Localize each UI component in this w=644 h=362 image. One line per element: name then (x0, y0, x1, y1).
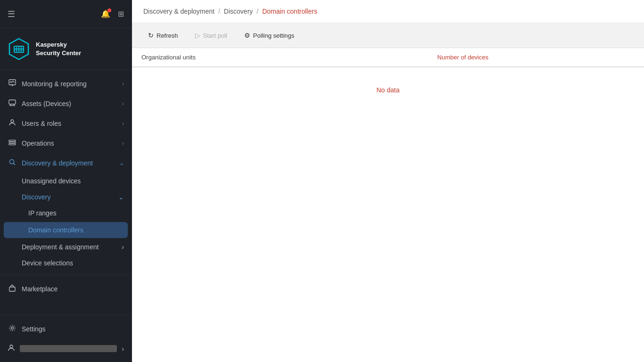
breadcrumb-item-1[interactable]: Discovery (224, 8, 253, 15)
assets-icon (8, 99, 17, 108)
users-label: Users & roles (22, 120, 117, 127)
monitoring-chevron: › (122, 81, 124, 87)
assets-chevron: › (122, 100, 124, 107)
logo-hex-icon (8, 38, 30, 60)
unassigned-label: Unassigned devices (22, 177, 81, 185)
breadcrumb-item-current: Domain controllers (262, 8, 317, 15)
main-content: Discovery & deployment / Discovery / Dom… (132, 0, 644, 362)
settings-label: Settings (22, 325, 124, 333)
sidebar-header: ☰ 🔔 ⊞ (0, 0, 132, 28)
polling-settings-label: Polling settings (253, 32, 294, 39)
sidebar-item-monitoring[interactable]: Monitoring & reporting › (0, 74, 132, 94)
no-data-text: No data (376, 86, 399, 94)
settings-icon (8, 324, 17, 334)
refresh-label: Refresh (157, 32, 178, 39)
notification-dot (107, 8, 111, 12)
monitoring-label: Monitoring & reporting (22, 80, 117, 88)
col-num-devices-header: Number of devices (438, 54, 635, 61)
svg-rect-17 (9, 144, 16, 145)
operations-chevron: › (122, 140, 124, 147)
sidebar-item-deployment[interactable]: Deployment & assignment › (0, 239, 132, 255)
layout-icon[interactable]: ⊞ (118, 9, 124, 18)
breadcrumb-sep-1: / (256, 8, 258, 15)
monitoring-icon (8, 79, 17, 89)
sidebar-item-device-selections[interactable]: Device selections (0, 255, 132, 271)
nav-section: Monitoring & reporting › Assets (Devices… (0, 70, 132, 315)
header-icons: 🔔 ⊞ (101, 9, 124, 18)
user-icon (8, 344, 15, 353)
discovery-deployment-label: Discovery & deployment (22, 159, 115, 167)
svg-rect-16 (9, 142, 16, 143)
table-header: Organizational units Number of devices (132, 48, 644, 67)
svg-point-18 (10, 160, 14, 164)
marketplace-icon (8, 284, 17, 294)
breadcrumb-sep-0: / (218, 8, 220, 15)
toolbar: ↻ Refresh ▷ Start poll ⚙ Polling setting… (132, 23, 644, 48)
svg-rect-15 (9, 140, 16, 141)
start-poll-icon: ▷ (195, 32, 200, 39)
logo-text: Kaspersky Security Center (36, 41, 81, 58)
discovery-sub-nav: Unassigned devices Discovery ⌄ IP ranges… (0, 173, 132, 271)
operations-label: Operations (22, 140, 117, 147)
sidebar-item-user[interactable]: ██████ ████████ › (0, 339, 132, 358)
users-icon (8, 119, 17, 128)
table-area: Organizational units Number of devices N… (132, 48, 644, 362)
svg-rect-10 (9, 100, 16, 104)
refresh-icon: ↻ (148, 32, 154, 39)
sidebar-item-settings[interactable]: Settings (0, 319, 132, 339)
logo-line1: Kaspersky (36, 41, 81, 49)
start-poll-label: Start poll (203, 32, 227, 39)
sidebar-item-discovery-deployment[interactable]: Discovery & deployment ⌄ (0, 153, 132, 173)
sidebar-item-unassigned[interactable]: Unassigned devices (0, 173, 132, 189)
user-name: ██████ ████████ (20, 345, 117, 352)
breadcrumb-item-0[interactable]: Discovery & deployment (143, 8, 215, 15)
deployment-chevron: › (122, 243, 124, 251)
sidebar-item-assets[interactable]: Assets (Devices) › (0, 94, 132, 114)
svg-point-22 (10, 345, 13, 348)
breadcrumb: Discovery & deployment / Discovery / Dom… (132, 0, 644, 23)
sidebar-item-marketplace[interactable]: Marketplace (0, 279, 132, 299)
discovery-chevron: ⌄ (119, 160, 124, 166)
sidebar-bottom: Settings ██████ ████████ › (0, 315, 132, 362)
logo-line2: Security Center (36, 49, 81, 58)
no-data-area: No data (132, 67, 644, 113)
domain-controllers-label: Domain controllers (28, 226, 83, 234)
col-org-units-header: Organizational units (141, 54, 438, 61)
sidebar: ☰ 🔔 ⊞ Kaspersky Security Center (0, 0, 132, 362)
notification-button[interactable]: 🔔 (101, 9, 110, 18)
polling-settings-icon: ⚙ (244, 32, 250, 39)
refresh-button[interactable]: ↻ Refresh (141, 29, 185, 42)
sidebar-item-users[interactable]: Users & roles › (0, 114, 132, 133)
user-chevron: › (122, 345, 124, 353)
sidebar-item-operations[interactable]: Operations › (0, 133, 132, 153)
nav-divider (0, 275, 132, 275)
discovery-sub-chevron: ⌄ (118, 193, 124, 201)
deployment-label: Deployment & assignment (22, 243, 117, 251)
assets-label: Assets (Devices) (22, 100, 117, 107)
logo-area: Kaspersky Security Center (0, 28, 132, 70)
discovery-sub-label: Discovery (22, 193, 114, 201)
sidebar-item-domain-controllers[interactable]: Domain controllers (4, 222, 128, 238)
svg-point-14 (11, 120, 14, 123)
svg-point-21 (11, 327, 14, 329)
sidebar-item-ip-ranges[interactable]: IP ranges (0, 205, 132, 221)
polling-settings-button[interactable]: ⚙ Polling settings (238, 29, 301, 42)
discovery-icon (8, 158, 17, 168)
start-poll-button[interactable]: ▷ Start poll (189, 29, 234, 42)
hamburger-icon[interactable]: ☰ (8, 9, 15, 19)
users-chevron: › (122, 120, 124, 127)
svg-rect-20 (9, 287, 15, 291)
svg-line-19 (14, 164, 16, 165)
marketplace-label: Marketplace (22, 285, 124, 293)
ip-ranges-label: IP ranges (28, 209, 57, 217)
device-selections-label: Device selections (22, 259, 73, 267)
sidebar-item-discovery[interactable]: Discovery ⌄ (0, 189, 132, 205)
operations-icon (8, 139, 17, 148)
